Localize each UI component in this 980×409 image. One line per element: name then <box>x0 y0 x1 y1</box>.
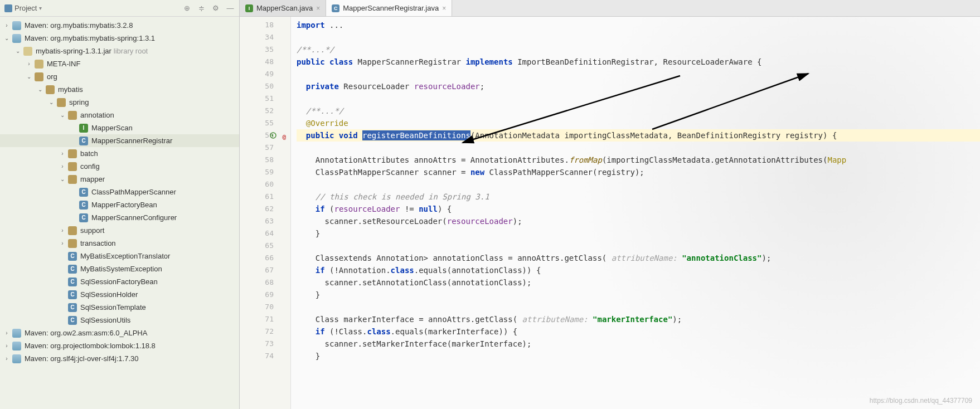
locate-icon[interactable]: ⊕ <box>182 4 191 13</box>
tree-node-mapperscannerregistrar[interactable]: CMapperScannerRegistrar <box>0 134 239 147</box>
minimize-icon[interactable]: — <box>226 4 235 13</box>
tree-node-mapperscannerconfigurer[interactable]: CMapperScannerConfigurer <box>0 211 239 224</box>
code-line[interactable]: public void registerBeanDefinitions(Anno… <box>297 129 980 142</box>
class-c-icon: C <box>79 188 88 197</box>
tree-label: MapperScan <box>91 124 133 132</box>
code-line[interactable]: Class markerInterface = annoAttrs.getCla… <box>297 313 980 325</box>
tree-label: SqlSessionFactoryBean <box>80 277 158 286</box>
editor-tabs: IMapperScan.java×CMapperScannerRegistrar… <box>240 0 980 17</box>
expand-icon[interactable]: ⌄ <box>14 48 21 55</box>
tree-node-maven-org-projectlombok-lombok-1-18-8[interactable]: ›Maven: org.projectlombok:lombok:1.18.8 <box>0 339 239 352</box>
tab-mapperscan-java[interactable]: IMapperScan.java× <box>240 0 326 16</box>
tree-node-maven-org-ow2-asm-asm-6-0-alpha[interactable]: ›Maven: org.ow2.asm:asm:6.0_ALPHA <box>0 327 239 339</box>
implements-gutter-icon[interactable]: @ <box>278 131 286 139</box>
code-line[interactable]: scanner.setMarkerInterface(markerInterfa… <box>297 338 980 350</box>
tree-node-sqlsessionholder[interactable]: CSqlSessionHolder <box>0 288 239 301</box>
tree-label: mybatis <box>58 85 83 94</box>
code-line[interactable] <box>297 92 980 105</box>
folder-icon <box>35 60 43 69</box>
tree-node-maven-org-mybatis-mybatis-spring-1-3-1[interactable]: ⌄Maven: org.mybatis:mybatis-spring:1.3.1 <box>0 32 239 45</box>
expand-icon[interactable]: › <box>59 240 66 247</box>
tree-node-mybatis-spring-1-3-1-jar[interactable]: ⌄mybatis-spring-1.3.1.jarlibrary root <box>0 45 239 57</box>
code-content[interactable]: import ... /**...*/public class MapperSc… <box>291 17 980 409</box>
expand-icon[interactable]: ⌄ <box>59 112 66 119</box>
expand-icon <box>59 279 66 285</box>
code-line[interactable]: private ResourceLoader resourceLoader; <box>297 80 980 92</box>
tree-node-mapperfactorybean[interactable]: CMapperFactoryBean <box>0 198 239 211</box>
code-line[interactable] <box>297 142 980 154</box>
code-line[interactable] <box>297 178 980 191</box>
tree-node-sqlsessionfactorybean[interactable]: CSqlSessionFactoryBean <box>0 275 239 288</box>
code-line[interactable]: @Override <box>297 117 980 129</box>
expand-icon[interactable]: › <box>26 61 32 67</box>
tree-node-support[interactable]: ›support <box>0 224 239 237</box>
collapse-icon[interactable]: ≑ <box>197 4 206 13</box>
code-line[interactable]: if (!Class.class.equals(markerInterface)… <box>297 325 980 338</box>
code-line[interactable]: /**...*/ <box>297 105 980 117</box>
code-line[interactable]: } <box>297 350 980 362</box>
tree-node-mapperscan[interactable]: IMapperScan <box>0 121 239 134</box>
code-line[interactable]: public class MapperScannerRegistrar impl… <box>297 56 980 68</box>
gutter: 18343548495051525556@5758596061626364656… <box>240 17 291 409</box>
tree-node-sqlsessiontemplate[interactable]: CSqlSessionTemplate <box>0 301 239 314</box>
line-number: 18 <box>240 19 290 31</box>
code-line[interactable] <box>297 31 980 43</box>
expand-icon[interactable]: › <box>3 330 10 337</box>
tree-node-mapper[interactable]: ⌄mapper <box>0 173 239 186</box>
tree-node-spring[interactable]: ⌄spring <box>0 96 239 109</box>
expand-icon[interactable]: › <box>59 163 66 170</box>
tree-node-mybatisexceptiontranslator[interactable]: CMyBatisExceptionTranslator <box>0 250 239 262</box>
code-line[interactable]: AnnotationAttributes annoAttrs = Annotat… <box>297 154 980 166</box>
code-line[interactable]: if (resourceLoader != null) { <box>297 203 980 215</box>
override-gutter-icon[interactable] <box>269 131 277 139</box>
tree-node-batch[interactable]: ›batch <box>0 147 239 160</box>
tree-node-config[interactable]: ›config <box>0 160 239 173</box>
code-line[interactable]: scanner.setAnnotationClass(annotationCla… <box>297 276 980 289</box>
jar-icon <box>23 47 32 56</box>
close-icon[interactable]: × <box>316 4 320 12</box>
gear-icon[interactable]: ⚙ <box>211 4 220 13</box>
code-line[interactable]: scanner.setResourceLoader(resourceLoader… <box>297 215 980 227</box>
code-line[interactable]: // this check is needed in Spring 3.1 <box>297 191 980 203</box>
code-line[interactable] <box>297 68 980 80</box>
code-line[interactable]: if (!Annotation.class.equals(annotationC… <box>297 264 980 276</box>
code-line[interactable]: Classextends Annotation> annotationClass… <box>297 252 980 264</box>
expand-icon[interactable]: › <box>3 356 10 362</box>
close-icon[interactable]: × <box>442 4 446 12</box>
expand-icon[interactable]: › <box>59 227 66 234</box>
expand-icon[interactable]: › <box>3 343 10 349</box>
code-line[interactable]: } <box>297 227 980 240</box>
code-editor[interactable]: 18343548495051525556@5758596061626364656… <box>240 17 980 409</box>
sidebar-header: Project ▾ ⊕ ≑ ⚙ — <box>0 0 239 17</box>
code-line[interactable]: import ... <box>297 19 980 31</box>
tree-node-mybatissystemexception[interactable]: CMyBatisSystemException <box>0 262 239 275</box>
tree-node-classpathmapperscanner[interactable]: CClassPathMapperScanner <box>0 186 239 198</box>
line-number: 64 <box>240 227 290 240</box>
expand-icon[interactable]: ⌄ <box>3 35 10 42</box>
code-line[interactable] <box>297 240 980 252</box>
code-line[interactable]: ClassPathMapperScanner scanner = new Cla… <box>297 166 980 178</box>
expand-icon[interactable]: ⌄ <box>59 176 66 183</box>
tree-label: Maven: org.ow2.asm:asm:6.0_ALPHA <box>25 329 147 337</box>
expand-icon[interactable]: ⌄ <box>26 74 32 80</box>
tree-node-mybatis[interactable]: ⌄mybatis <box>0 83 239 96</box>
code-line[interactable]: } <box>297 289 980 301</box>
expand-icon[interactable]: ⌄ <box>48 99 55 106</box>
tree-node-maven-org-mybatis-mybatis-3-2-8[interactable]: ›Maven: org.mybatis:mybatis:3.2.8 <box>0 19 239 32</box>
tree-label: Maven: org.slf4j:jcl-over-slf4j:1.7.30 <box>25 354 138 363</box>
tree-node-org[interactable]: ⌄org <box>0 70 239 83</box>
tree-label: SqlSessionTemplate <box>80 303 146 311</box>
code-line[interactable]: /**...*/ <box>297 43 980 56</box>
project-tree[interactable]: ›Maven: org.mybatis:mybatis:3.2.8⌄Maven:… <box>0 17 239 409</box>
tree-node-meta-inf[interactable]: ›META-INF <box>0 57 239 70</box>
tree-node-transaction[interactable]: ›transaction <box>0 237 239 250</box>
expand-icon[interactable]: ⌄ <box>37 86 43 93</box>
sidebar-title[interactable]: Project ▾ <box>4 4 42 12</box>
expand-icon[interactable]: › <box>3 22 10 29</box>
expand-icon[interactable]: › <box>59 150 66 157</box>
tree-node-annotation[interactable]: ⌄annotation <box>0 109 239 121</box>
tree-node-sqlsessionutils[interactable]: CSqlSessionUtils <box>0 314 239 327</box>
code-line[interactable] <box>297 301 980 313</box>
tree-node-maven-org-slf4j-jcl-over-slf4j-1-7-30[interactable]: ›Maven: org.slf4j:jcl-over-slf4j:1.7.30 <box>0 352 239 365</box>
tab-mapperscannerregistrar-java[interactable]: CMapperScannerRegistrar.java× <box>326 0 452 16</box>
